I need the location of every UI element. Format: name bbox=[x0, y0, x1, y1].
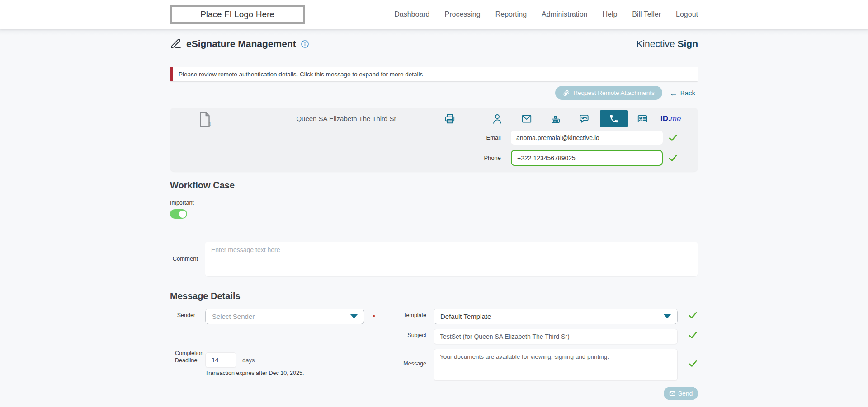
page-header-row: eSignature Management Kinective Sign bbox=[170, 38, 698, 50]
chevron-down-icon bbox=[664, 314, 671, 318]
nav-item-administration[interactable]: Administration bbox=[542, 10, 587, 19]
sender-required-indicator bbox=[373, 315, 375, 317]
email-field-row: Email bbox=[463, 131, 678, 145]
recipient-card: 1 Queen SA Elizabeth The Third Sr bbox=[170, 108, 698, 172]
remote-auth-alert[interactable]: Please review remote authentication deta… bbox=[170, 67, 698, 81]
in-person-signer-icon[interactable] bbox=[491, 113, 503, 125]
nav-item-dashboard[interactable]: Dashboard bbox=[394, 10, 429, 19]
sender-select-value: Select Sender bbox=[212, 313, 350, 320]
nav-item-logout[interactable]: Logout bbox=[676, 10, 698, 19]
main-nav: Dashboard Processing Reporting Administr… bbox=[394, 10, 698, 19]
top-navigation-bar: Place FI Logo Here Dashboard Processing … bbox=[0, 0, 868, 29]
back-button[interactable]: ← Back bbox=[670, 89, 695, 97]
subject-label: Subject bbox=[387, 332, 426, 338]
email-label: Email bbox=[463, 134, 511, 141]
message-details-heading: Message Details bbox=[170, 291, 241, 301]
document-count-icon: 1 bbox=[198, 112, 212, 128]
sms-access-code-icon[interactable] bbox=[578, 113, 590, 125]
comment-textarea[interactable] bbox=[205, 242, 698, 276]
info-icon[interactable] bbox=[301, 40, 309, 48]
toggle-knob bbox=[179, 211, 186, 218]
workflow-case-heading: Workflow Case bbox=[170, 180, 235, 191]
template-valid-check-icon bbox=[688, 310, 698, 320]
template-select[interactable]: Default Template bbox=[434, 309, 678, 324]
sender-label: Sender bbox=[170, 312, 195, 318]
paperclip-icon bbox=[563, 89, 570, 96]
phone-label: Phone bbox=[463, 154, 511, 161]
message-textarea[interactable]: Your documents are available for viewing… bbox=[434, 349, 678, 381]
kinective-sign-brand: Kinective Sign bbox=[636, 38, 698, 49]
idme-auth-icon[interactable]: ID.me bbox=[660, 114, 681, 123]
subject-input[interactable] bbox=[434, 329, 678, 344]
recipient-name: Queen SA Elizabeth The Third Sr bbox=[242, 115, 450, 122]
chevron-down-icon bbox=[350, 314, 358, 318]
message-valid-check-icon bbox=[688, 359, 698, 368]
back-arrow-icon: ← bbox=[670, 89, 678, 97]
id-card-auth-icon[interactable] bbox=[637, 113, 648, 125]
deadline-days-unit: days bbox=[242, 357, 255, 364]
send-button[interactable]: Send bbox=[664, 387, 698, 400]
phone-call-auth-icon-selected[interactable] bbox=[600, 110, 628, 127]
nav-item-reporting[interactable]: Reporting bbox=[495, 10, 527, 19]
template-label: Template bbox=[387, 312, 426, 318]
email-input[interactable] bbox=[511, 131, 663, 145]
main-content: eSignature Management Kinective Sign Ple… bbox=[0, 29, 868, 407]
fi-logo-text: Place FI Logo Here bbox=[200, 9, 274, 19]
phone-input[interactable] bbox=[511, 150, 663, 166]
completion-deadline-input[interactable] bbox=[205, 352, 236, 368]
email-valid-check-icon bbox=[668, 133, 678, 142]
important-toggle[interactable] bbox=[170, 209, 187, 219]
password-auth-icon[interactable] bbox=[550, 113, 561, 125]
nav-item-bill-teller[interactable]: Bill Teller bbox=[632, 10, 661, 19]
page-title: eSignature Management bbox=[186, 38, 296, 49]
nav-item-help[interactable]: Help bbox=[602, 10, 617, 19]
nav-item-processing[interactable]: Processing bbox=[445, 10, 481, 19]
document-count: 1 bbox=[208, 122, 211, 127]
print-icon[interactable] bbox=[444, 113, 456, 125]
fi-logo-placeholder: Place FI Logo Here bbox=[170, 5, 305, 24]
phone-valid-check-icon bbox=[668, 153, 678, 163]
auth-method-row: ID.me bbox=[444, 110, 681, 128]
subject-valid-check-icon bbox=[688, 330, 698, 340]
email-auth-icon[interactable] bbox=[521, 113, 533, 125]
comment-label: Comment bbox=[170, 255, 198, 262]
sender-select[interactable]: Select Sender bbox=[205, 309, 364, 324]
send-envelope-icon bbox=[669, 390, 675, 397]
actions-row: Request Remote Attachments ← Back bbox=[555, 86, 695, 100]
expiration-note: Transaction expires after Dec 10, 2025. bbox=[205, 370, 304, 376]
request-remote-attachments-button[interactable]: Request Remote Attachments bbox=[555, 86, 662, 100]
phone-field-row: Phone bbox=[463, 150, 678, 166]
completion-deadline-label: Completion Deadline bbox=[175, 350, 204, 364]
important-label: Important bbox=[170, 200, 194, 206]
alert-text: Please review remote authentication deta… bbox=[179, 71, 423, 78]
signature-pen-icon bbox=[170, 38, 182, 50]
message-label: Message bbox=[387, 360, 426, 367]
template-select-value: Default Template bbox=[440, 313, 664, 320]
